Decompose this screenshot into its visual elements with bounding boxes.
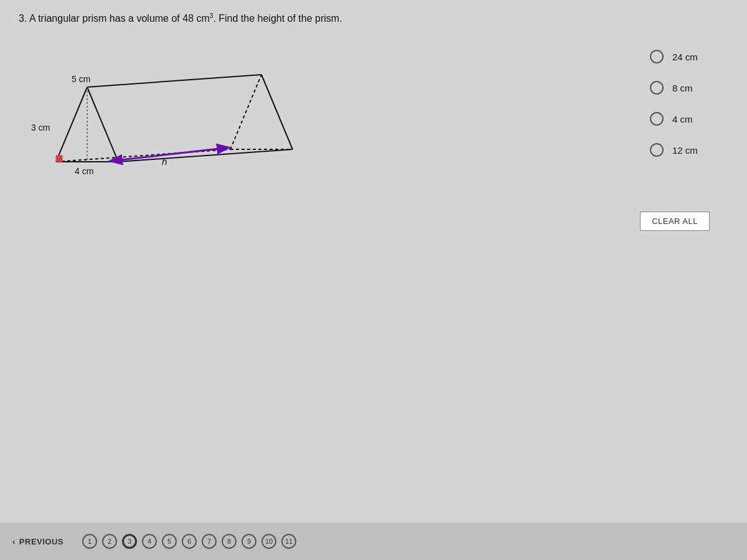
svg-line-5 xyxy=(56,87,87,162)
option-label-8cm: 8 cm xyxy=(672,83,710,93)
svg-text:h: h xyxy=(162,156,167,167)
bottom-bar: ‹ PREVIOUS 1 2 3 4 5 6 7 8 9 10 11 xyxy=(0,523,747,560)
question-suffix: . Find the height of the prism. xyxy=(213,13,342,24)
nav-item-5[interactable]: 5 xyxy=(162,534,177,549)
svg-line-9 xyxy=(118,149,293,162)
nav-item-4[interactable]: 4 xyxy=(142,534,157,549)
previous-button[interactable]: ‹ PREVIOUS xyxy=(12,537,63,546)
radio-24cm[interactable] xyxy=(650,50,664,63)
nav-item-10[interactable]: 10 xyxy=(261,534,276,549)
answer-options: 24 cm 8 cm 4 cm 12 cm xyxy=(650,50,710,157)
svg-text:4 cm: 4 cm xyxy=(75,166,93,176)
option-row-3: 4 cm xyxy=(650,112,710,126)
svg-text:5 cm: 5 cm xyxy=(72,74,90,84)
svg-rect-11 xyxy=(56,156,62,162)
option-label-4cm: 4 cm xyxy=(672,114,710,124)
option-label-24cm: 24 cm xyxy=(672,52,710,62)
svg-line-2 xyxy=(87,75,261,87)
prism-diagram: 3 cm 5 cm 4 cm h xyxy=(19,37,361,224)
nav-circles: 1 2 3 4 5 6 7 8 9 10 11 xyxy=(82,534,296,549)
option-row-2: 8 cm xyxy=(650,81,710,95)
option-row-1: 24 cm xyxy=(650,50,710,63)
nav-item-3[interactable]: 3 xyxy=(122,534,137,549)
option-label-12cm: 12 cm xyxy=(672,145,710,156)
nav-item-7[interactable]: 7 xyxy=(202,534,217,549)
radio-4cm[interactable] xyxy=(650,112,664,126)
question-number: 3. xyxy=(19,13,27,24)
svg-line-7 xyxy=(261,75,293,149)
nav-item-9[interactable]: 9 xyxy=(242,534,256,549)
previous-label: PREVIOUS xyxy=(19,537,63,546)
svg-line-6 xyxy=(87,87,118,162)
radio-12cm[interactable] xyxy=(650,143,664,157)
diagram-area: 3 cm 5 cm 4 cm h xyxy=(19,37,392,236)
clear-all-button[interactable]: CLEAR ALL xyxy=(640,212,710,231)
main-content: 3. A triangular prism has a volume of 48… xyxy=(0,0,747,523)
option-row-4: 12 cm xyxy=(650,143,710,157)
nav-item-11[interactable]: 11 xyxy=(281,534,296,549)
chevron-left-icon: ‹ xyxy=(12,537,16,546)
nav-item-1[interactable]: 1 xyxy=(82,534,97,549)
question-body: A triangular prism has a volume of 48 cm xyxy=(29,13,210,24)
nav-item-2[interactable]: 2 xyxy=(102,534,117,549)
nav-item-6[interactable]: 6 xyxy=(182,534,197,549)
nav-item-8[interactable]: 8 xyxy=(222,534,237,549)
question-text: 3. A triangular prism has a volume of 48… xyxy=(19,12,728,24)
radio-8cm[interactable] xyxy=(650,81,664,95)
svg-text:3 cm: 3 cm xyxy=(31,123,50,133)
svg-line-10 xyxy=(230,75,261,149)
